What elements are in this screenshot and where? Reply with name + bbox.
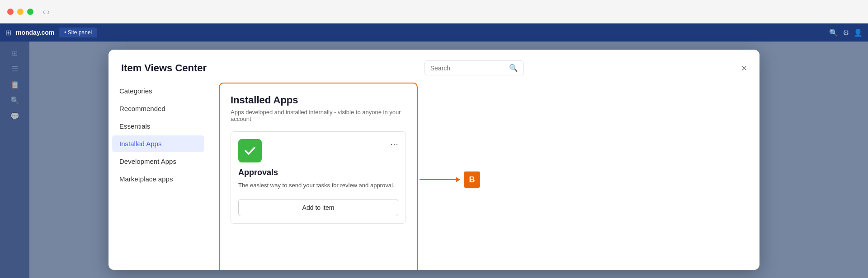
mac-minimize-button[interactable] (17, 9, 24, 15)
nav-back-button[interactable]: ‹ (42, 8, 45, 16)
add-to-item-button[interactable]: Add to item (238, 199, 398, 216)
app-name: Approvals (238, 168, 398, 177)
sidebar-item-installed-apps[interactable]: Installed Apps (112, 135, 204, 152)
search-browser-icon[interactable]: 🔍 (829, 28, 838, 37)
mac-titlebar: ‹ › (0, 0, 868, 23)
content-panel: Installed Apps Apps developed and instal… (219, 83, 418, 270)
nav-forward-button[interactable]: › (47, 8, 50, 16)
b-badge: B (464, 171, 480, 188)
account-browser-icon[interactable]: 👤 (854, 28, 863, 37)
arrow-line (420, 179, 460, 180)
modal-overlay: Item Views Center 🔍 × Categories Recomme… (0, 42, 868, 278)
monday-logo: monday.com (16, 29, 54, 36)
sidebar-item-essentials[interactable]: Essentials (112, 118, 204, 134)
app-card: ⋯ Approvals The easiest way to send your… (231, 131, 406, 224)
dialog-header: Item Views Center 🔍 × (108, 50, 760, 75)
settings-browser-icon[interactable]: ⚙ (843, 28, 849, 37)
app-grid-icon: ⊞ (5, 28, 11, 37)
browser-bar: ⊞ monday.com • Site panel 🔍 ⚙ 👤 (0, 23, 868, 42)
dialog-body: Categories Recommended Essentials Instal… (108, 75, 760, 270)
dialog-sidebar: Categories Recommended Essentials Instal… (108, 83, 208, 270)
arrow-badge-container: B (420, 171, 480, 188)
panel-title: Installed Apps (231, 94, 406, 106)
sidebar-item-marketplace-apps[interactable]: Marketplace apps (112, 171, 204, 187)
mac-maximize-button[interactable] (27, 9, 33, 15)
search-input[interactable] (430, 65, 505, 72)
sidebar-item-development-apps[interactable]: Development Apps (112, 153, 204, 170)
checkmark-icon (243, 144, 257, 158)
search-icon: 🔍 (509, 64, 518, 72)
main-content: ⊞ ☰ 📋 🔍 💬 Item Views Center 🔍 × (0, 42, 868, 278)
browser-icons: 🔍 ⚙ 👤 (829, 28, 863, 37)
sidebar-item-recommended[interactable]: Recommended (112, 100, 204, 117)
dialog-main: Installed Apps Apps developed and instal… (208, 83, 760, 270)
app-icon (238, 139, 262, 162)
app-description: The easiest way to send your tasks for r… (238, 181, 398, 190)
close-button[interactable]: × (741, 64, 747, 73)
search-container[interactable]: 🔍 (425, 60, 524, 75)
panel-subtitle: Apps developed and installed internally … (231, 109, 406, 122)
dialog: Item Views Center 🔍 × Categories Recomme… (108, 50, 760, 270)
mac-close-button[interactable] (7, 9, 14, 15)
app-card-menu-button[interactable]: ⋯ (390, 139, 398, 149)
sidebar-item-categories[interactable]: Categories (112, 83, 204, 99)
browser-tab[interactable]: • Site panel (59, 28, 97, 37)
dialog-title: Item Views Center (121, 62, 207, 74)
app-card-header: ⋯ (238, 139, 398, 162)
mac-nav: ‹ › (42, 8, 50, 16)
